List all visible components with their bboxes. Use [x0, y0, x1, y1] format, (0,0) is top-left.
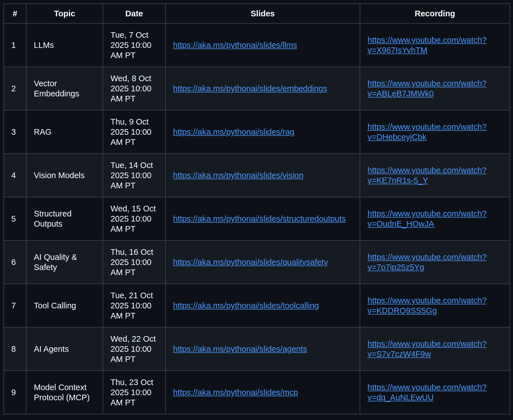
topic-cell: AI Agents — [26, 327, 103, 371]
row-number-cell: 8 — [4, 327, 26, 371]
topic-cell: Tool Calling — [26, 284, 103, 327]
recording-link[interactable]: https://www.youtube.com/watch?v=DHebceyj… — [368, 122, 487, 142]
row-number-cell: 7 — [4, 284, 26, 327]
slides-cell: https://aka.ms/pythonai/slides/qualitysa… — [165, 240, 360, 284]
date-cell: Thu, 16 Oct 2025 10:00 AM PT — [103, 240, 165, 284]
recording-cell: https://www.youtube.com/watch?v=7o7ip25z… — [360, 240, 510, 284]
slides-cell: https://aka.ms/pythonai/slides/rag — [165, 110, 360, 154]
sessions-table: # Topic Date Slides Recording 1 LLMs Tue… — [3, 3, 510, 414]
slides-link[interactable]: https://aka.ms/pythonai/slides/rag — [173, 127, 294, 136]
recording-cell: https://www.youtube.com/watch?v=OudnE_HO… — [360, 197, 510, 240]
slides-link[interactable]: https://aka.ms/pythonai/slides/structure… — [173, 214, 346, 223]
slides-link[interactable]: https://aka.ms/pythonai/slides/toolcalli… — [173, 301, 319, 310]
row-number-cell: 9 — [4, 371, 26, 414]
date-cell: Tue, 7 Oct 2025 10:00 AM PT — [103, 23, 165, 67]
table-row: 6 AI Quality & Safety Thu, 16 Oct 2025 1… — [4, 240, 510, 284]
page: # Topic Date Slides Recording 1 LLMs Tue… — [0, 0, 513, 420]
topic-cell: Structured Outputs — [26, 197, 103, 240]
row-number-cell: 3 — [4, 110, 26, 154]
recording-link[interactable]: https://www.youtube.com/watch?v=KDDRQ9SS… — [368, 296, 487, 315]
topic-cell: LLMs — [26, 23, 103, 67]
slides-cell: https://aka.ms/pythonai/slides/embedding… — [165, 67, 360, 110]
recording-cell: https://www.youtube.com/watch?v=KE7nR1s-… — [360, 154, 510, 197]
recording-cell: https://www.youtube.com/watch?v=dq_AuNLE… — [360, 371, 510, 414]
table-row: 4 Vision Models Tue, 14 Oct 2025 10:00 A… — [4, 154, 510, 197]
date-cell: Thu, 23 Oct 2025 10:00 AM PT — [103, 371, 165, 414]
slides-link[interactable]: https://aka.ms/pythonai/slides/llms — [173, 41, 297, 50]
column-header-number: # — [4, 4, 26, 23]
table-row: 8 AI Agents Wed, 22 Oct 2025 10:00 AM PT… — [4, 327, 510, 371]
recording-link[interactable]: https://www.youtube.com/watch?v=ABLeB7JM… — [368, 79, 487, 98]
slides-cell: https://aka.ms/pythonai/slides/agents — [165, 327, 360, 371]
date-cell: Tue, 14 Oct 2025 10:00 AM PT — [103, 154, 165, 197]
recording-link[interactable]: https://www.youtube.com/watch?v=S7v7czW4… — [368, 339, 487, 359]
column-header-slides: Slides — [165, 4, 360, 23]
table-row: 2 Vector Embeddings Wed, 8 Oct 2025 10:0… — [4, 67, 510, 110]
recording-link[interactable]: https://www.youtube.com/watch?v=7o7ip25z… — [368, 253, 487, 272]
recording-cell: https://www.youtube.com/watch?v=DHebceyj… — [360, 110, 510, 154]
slides-link[interactable]: https://aka.ms/pythonai/slides/agents — [173, 344, 307, 353]
recording-link[interactable]: https://www.youtube.com/watch?v=OudnE_HO… — [368, 209, 487, 228]
row-number-cell: 5 — [4, 197, 26, 240]
recording-link[interactable]: https://www.youtube.com/watch?v=KE7nR1s-… — [368, 166, 487, 185]
slides-cell: https://aka.ms/pythonai/slides/mcp — [165, 371, 360, 414]
slides-link[interactable]: https://aka.ms/pythonai/slides/mcp — [173, 388, 298, 397]
recording-cell: https://www.youtube.com/watch?v=X967IsYv… — [360, 23, 510, 67]
topic-cell: Vision Models — [26, 154, 103, 197]
recording-cell: https://www.youtube.com/watch?v=S7v7czW4… — [360, 327, 510, 371]
slides-link[interactable]: https://aka.ms/pythonai/slides/qualitysa… — [173, 258, 328, 267]
topic-cell: Vector Embeddings — [26, 67, 103, 110]
recording-link[interactable]: https://www.youtube.com/watch?v=X967IsYv… — [368, 36, 487, 55]
column-header-recording: Recording — [360, 4, 510, 23]
table-header: # Topic Date Slides Recording — [4, 4, 510, 23]
table-row: 9 Model Context Protocol (MCP) Thu, 23 O… — [4, 371, 510, 414]
row-number-cell: 2 — [4, 67, 26, 110]
recording-link[interactable]: https://www.youtube.com/watch?v=dq_AuNLE… — [368, 383, 487, 402]
topic-cell: Model Context Protocol (MCP) — [26, 371, 103, 414]
slides-cell: https://aka.ms/pythonai/slides/toolcalli… — [165, 284, 360, 327]
date-cell: Wed, 15 Oct 2025 10:00 AM PT — [103, 197, 165, 240]
recording-cell: https://www.youtube.com/watch?v=ABLeB7JM… — [360, 67, 510, 110]
header-row: # Topic Date Slides Recording — [4, 4, 510, 23]
slides-link[interactable]: https://aka.ms/pythonai/slides/embedding… — [173, 84, 327, 93]
column-header-date: Date — [103, 4, 165, 23]
column-header-topic: Topic — [26, 4, 103, 23]
topic-cell: AI Quality & Safety — [26, 240, 103, 284]
table-row: 5 Structured Outputs Wed, 15 Oct 2025 10… — [4, 197, 510, 240]
date-cell: Wed, 8 Oct 2025 10:00 AM PT — [103, 67, 165, 110]
slides-cell: https://aka.ms/pythonai/slides/vision — [165, 154, 360, 197]
row-number-cell: 4 — [4, 154, 26, 197]
date-cell: Wed, 22 Oct 2025 10:00 AM PT — [103, 327, 165, 371]
date-cell: Thu, 9 Oct 2025 10:00 AM PT — [103, 110, 165, 154]
table-body: 1 LLMs Tue, 7 Oct 2025 10:00 AM PT https… — [4, 23, 510, 414]
table-row: 1 LLMs Tue, 7 Oct 2025 10:00 AM PT https… — [4, 23, 510, 67]
date-cell: Tue, 21 Oct 2025 10:00 AM PT — [103, 284, 165, 327]
slides-cell: https://aka.ms/pythonai/slides/llms — [165, 23, 360, 67]
recording-cell: https://www.youtube.com/watch?v=KDDRQ9SS… — [360, 284, 510, 327]
row-number-cell: 1 — [4, 23, 26, 67]
table-row: 3 RAG Thu, 9 Oct 2025 10:00 AM PT https:… — [4, 110, 510, 154]
topic-cell: RAG — [26, 110, 103, 154]
slides-link[interactable]: https://aka.ms/pythonai/slides/vision — [173, 171, 304, 180]
row-number-cell: 6 — [4, 240, 26, 284]
table-row: 7 Tool Calling Tue, 21 Oct 2025 10:00 AM… — [4, 284, 510, 327]
slides-cell: https://aka.ms/pythonai/slides/structure… — [165, 197, 360, 240]
